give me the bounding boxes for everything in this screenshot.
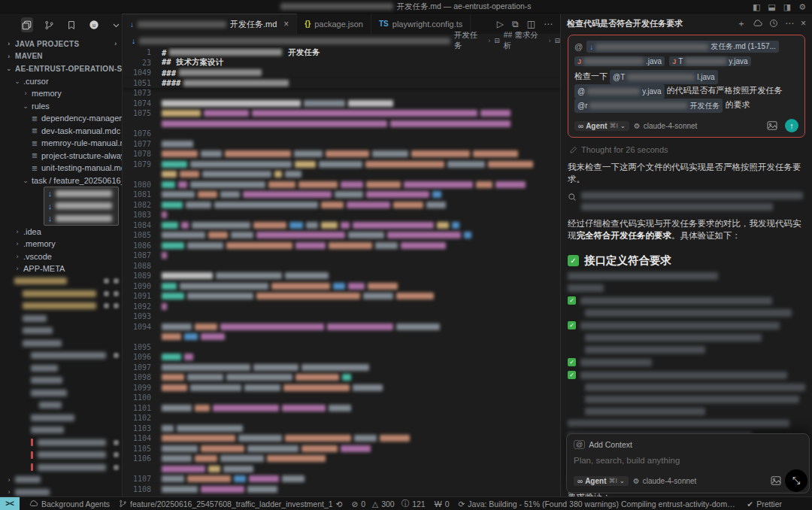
explorer-icon[interactable]: [21, 17, 33, 32]
code-line[interactable]: 1104: [123, 433, 560, 444]
tree-item-unit-testing-manual-mdc[interactable]: ≣unit-testing-manual.mdc: [0, 162, 122, 175]
model-selector[interactable]: ⚙ claude-4-sonnet: [633, 477, 697, 485]
thought-summary[interactable]: Thought for 26 seconds: [569, 145, 805, 154]
code-line[interactable]: 1098: [123, 372, 560, 383]
send-button[interactable]: ↑: [785, 119, 798, 132]
code-line[interactable]: 1103: [123, 423, 560, 434]
breadcrumb[interactable]: ↓ 开发任务 › ⊟ ## 需求分析 › ⊟: [123, 34, 560, 47]
code-line[interactable]: 1076: [123, 129, 560, 139]
code-line[interactable]: 1074: [123, 99, 560, 109]
more-icon[interactable]: ⋯: [785, 18, 794, 29]
code-line[interactable]: 1106: [123, 454, 560, 464]
code-line[interactable]: [123, 464, 560, 475]
tree-item-ae-entrust-operation-s[interactable]: ⌄AE-ENTRUST-OPERATION-S: [0, 62, 122, 75]
tab-dev-task-md[interactable]: ↓ 开发任务.md ×: [123, 14, 297, 34]
tab-package-json[interactable]: {} package.json: [297, 14, 371, 34]
java-file-pill[interactable]: J .java: [574, 56, 665, 66]
code-line[interactable]: 1091: [123, 291, 560, 302]
tree-item-redacted[interactable]: [0, 449, 122, 462]
tree-item-memory[interactable]: ›memory: [0, 87, 122, 100]
code-line[interactable]: 1089: [123, 271, 560, 281]
code-line[interactable]: 1# 开发任务: [123, 47, 560, 58]
chevron-down-icon[interactable]: [110, 17, 122, 32]
code-line[interactable]: 1080: [123, 180, 560, 190]
tree-item--idea[interactable]: ›.idea: [0, 226, 122, 238]
split-editor-icon[interactable]: ⧉: [512, 19, 519, 29]
code-line[interactable]: 1081: [123, 190, 560, 200]
tree-item-dependency-management-[interactable]: ≣dependency-management...: [0, 112, 122, 125]
tree-item--memory[interactable]: ›.memory: [0, 238, 122, 250]
code-line[interactable]: 1078: [123, 149, 560, 159]
code-line[interactable]: 1108: [123, 484, 560, 495]
code-line[interactable]: 1086: [123, 241, 560, 251]
code-line[interactable]: 1075: [123, 108, 560, 119]
tree-item-redacted[interactable]: [0, 325, 122, 338]
git-branch-button[interactable]: feature/20250616_25457608_traffic_ladder…: [119, 499, 342, 508]
history-icon[interactable]: [769, 19, 778, 28]
tree-item--vscode[interactable]: ›.vscode: [0, 250, 122, 263]
code-line[interactable]: 1102: [123, 413, 560, 423]
tree-item-task-feature-20250616-25-[interactable]: ⌄task / feature_20250616_25...: [0, 175, 122, 187]
tree-item-redacted[interactable]: ›: [0, 486, 122, 496]
code-line[interactable]: 1095: [123, 342, 560, 353]
tree-item-redacted[interactable]: [0, 387, 122, 399]
code-line[interactable]: 1096: [123, 352, 560, 363]
tree-item-redacted[interactable]: ↓: [44, 187, 118, 200]
code-line[interactable]: 1083: [123, 210, 560, 220]
tree-item-dev-task-manual-mdc[interactable]: ≣dev-task-manual.mdc: [0, 125, 122, 138]
user-message[interactable]: @ ↓ 发任务.md (1-157... J .java: [568, 35, 805, 138]
tree-item-redacted[interactable]: ↓: [44, 200, 118, 213]
toggle-bottom-panel-icon[interactable]: ⬓: [768, 2, 775, 12]
source-control-icon[interactable]: [44, 17, 56, 32]
code-line[interactable]: 1101: [123, 403, 560, 414]
extension-u-icon[interactable]: u: [88, 17, 100, 32]
tree-item--cursor[interactable]: ⌄.cursor: [0, 75, 122, 88]
code-line[interactable]: 1077: [123, 139, 560, 150]
tree-item-redacted[interactable]: [0, 287, 122, 300]
settings-gear-icon[interactable]: ⚙: [798, 2, 806, 12]
tree-item-redacted[interactable]: [0, 275, 122, 288]
code-line[interactable]: [123, 169, 560, 180]
chat-input-box[interactable]: @ Add Context Plan, search, build anythi…: [566, 433, 810, 493]
code-line[interactable]: 1087: [123, 250, 560, 261]
tree-item-java-projects[interactable]: ›JAVA PROJECTS›: [0, 38, 122, 50]
code-line[interactable]: 1090: [123, 281, 560, 292]
toggle-left-panel-icon[interactable]: ◧: [753, 2, 760, 12]
tree-item-app-meta[interactable]: ›APP-META: [0, 263, 122, 275]
code-line[interactable]: 1088: [123, 261, 560, 272]
java-file-pill[interactable]: J T y.java: [669, 56, 751, 66]
tree-item-rules[interactable]: ⌄rules: [0, 100, 122, 113]
code-line[interactable]: 1093: [123, 311, 560, 322]
code-area[interactable]: 1# 开发任务23## 技术方案设计1049### 1051#### 10731…: [123, 47, 560, 496]
code-line[interactable]: 1079: [123, 159, 560, 170]
add-context-button[interactable]: @ Add Context: [574, 440, 802, 449]
tree-item-redacted[interactable]: [0, 350, 122, 363]
tab-close-icon[interactable]: ×: [283, 19, 289, 29]
toggle-right-panel-icon[interactable]: ◨: [783, 2, 791, 12]
tree-item-maven[interactable]: ›MAVEN: [0, 50, 122, 63]
code-line[interactable]: 1094: [123, 322, 560, 332]
tree-item-project-structure-always-[interactable]: ≣project-structure-always....: [0, 150, 122, 162]
model-selector[interactable]: ⚙ claude-4-sonnet: [634, 122, 698, 130]
run-icon[interactable]: ▷: [497, 19, 504, 29]
selected-file-group[interactable]: ↓↓↓: [44, 187, 119, 226]
w-counter[interactable]: W0: [435, 499, 450, 508]
search-tool-call[interactable]: [568, 191, 805, 211]
code-line[interactable]: 1099: [123, 383, 560, 393]
context-file-pill[interactable]: ↓ 发任务.md (1-157...: [586, 41, 779, 53]
tree-item-redacted[interactable]: [0, 375, 122, 387]
resize-corner-handle[interactable]: ⤡: [785, 469, 807, 492]
problems-button[interactable]: ⊘0 △300 ⓘ121: [351, 499, 425, 509]
code-line[interactable]: 1092: [123, 302, 560, 312]
new-chat-icon[interactable]: ＋: [737, 17, 746, 30]
bookmark-icon[interactable]: [65, 17, 77, 32]
code-line[interactable]: 1051####: [123, 78, 560, 89]
cloud-icon[interactable]: [753, 20, 762, 27]
close-panel-icon[interactable]: ×: [801, 18, 806, 29]
prettier-status[interactable]: ✔ Prettier: [747, 499, 782, 508]
tree-item-redacted[interactable]: [0, 362, 122, 375]
tree-item-redacted[interactable]: [0, 436, 122, 449]
code-line[interactable]: 1107: [123, 474, 560, 484]
layout-icon[interactable]: ◫: [527, 19, 535, 29]
agent-mode-dropdown[interactable]: ∞ Agent ⌘I ⌄: [574, 476, 629, 486]
